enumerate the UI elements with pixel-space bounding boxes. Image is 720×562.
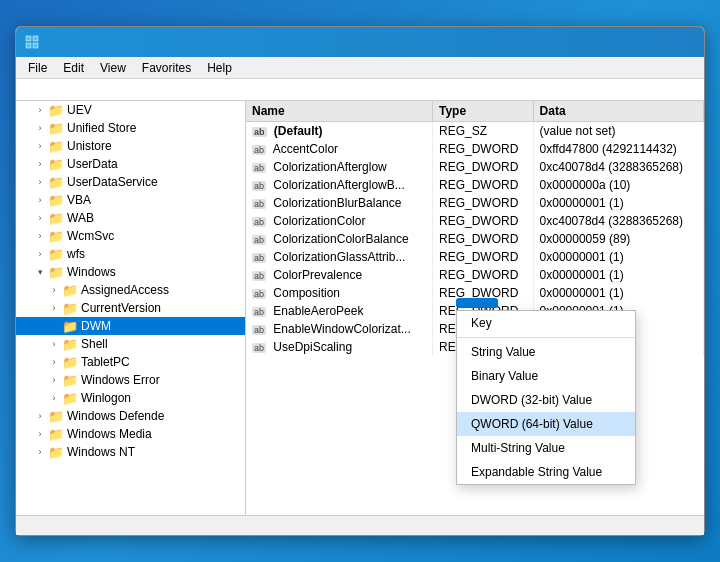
tree-item[interactable]: ›📁TabletPC (16, 353, 245, 371)
menu-file[interactable]: File (20, 59, 55, 77)
folder-icon: 📁 (48, 247, 64, 261)
tree-expander[interactable]: › (32, 444, 48, 460)
tree-expander[interactable]: ▾ (32, 264, 48, 280)
col-data: Data (533, 101, 703, 122)
folder-icon: 📁 (48, 445, 64, 459)
cell-type: REG_DWORD (433, 140, 534, 158)
cell-type: REG_DWORD (433, 230, 534, 248)
tree-expander[interactable]: › (32, 246, 48, 262)
cell-data: 0xc40078d4 (3288365268) (533, 212, 703, 230)
table-row[interactable]: ab ColorizationAfterglowB...REG_DWORD0x0… (246, 176, 704, 194)
tree-item[interactable]: ›📁Windows NT (16, 443, 245, 461)
close-button[interactable] (668, 31, 696, 53)
new-button[interactable] (456, 298, 498, 308)
cell-name: ab UseDpiScaling (246, 338, 433, 356)
entry-icon: ab (252, 217, 266, 227)
tree-item[interactable]: ›📁UserDataService (16, 173, 245, 191)
tree-item[interactable]: ›📁CurrentVersion (16, 299, 245, 317)
table-row[interactable]: ab ColorizationAfterglowREG_DWORD0xc4007… (246, 158, 704, 176)
tree-item[interactable]: ›📁wfs (16, 245, 245, 263)
tree-expander[interactable] (46, 318, 62, 334)
svg-rect-0 (26, 36, 31, 41)
tree-pane[interactable]: ›📁UEV›📁Unified Store›📁Unistore›📁UserData… (16, 101, 246, 515)
context-menu-item[interactable]: Multi-String Value (457, 436, 635, 460)
tree-item[interactable]: ›📁WcmSvc (16, 227, 245, 245)
tree-item[interactable]: ›📁WAB (16, 209, 245, 227)
table-row[interactable]: ab ColorizationGlassAttrib...REG_DWORD0x… (246, 248, 704, 266)
tree-item[interactable]: ›📁Windows Error (16, 371, 245, 389)
tree-expander[interactable]: › (32, 426, 48, 442)
context-menu-item[interactable]: Expandable String Value (457, 460, 635, 484)
context-menu-item[interactable]: DWORD (32-bit) Value (457, 388, 635, 412)
cell-data: 0x00000001 (1) (533, 248, 703, 266)
tree-expander[interactable]: › (46, 300, 62, 316)
tree-item[interactable]: ›📁Shell (16, 335, 245, 353)
tree-expander[interactable]: › (46, 390, 62, 406)
entry-icon: ab (252, 325, 266, 335)
col-name: Name (246, 101, 433, 122)
cell-name: ab ColorizationAfterglow (246, 158, 433, 176)
tree-expander[interactable]: › (46, 336, 62, 352)
svg-rect-3 (33, 43, 38, 48)
tree-item-label: Windows (67, 265, 116, 279)
menu-edit[interactable]: Edit (55, 59, 92, 77)
registry-editor-window: File Edit View Favorites Help ›📁UEV›📁Uni… (15, 26, 705, 536)
context-menu-divider (457, 337, 635, 338)
tree-item[interactable]: ›📁Windows Media (16, 425, 245, 443)
entry-icon: ab (252, 199, 266, 209)
cell-data: 0xffd47800 (4292114432) (533, 140, 703, 158)
table-row[interactable]: ab ColorizationColorREG_DWORD0xc40078d4 … (246, 212, 704, 230)
tree-item-label: CurrentVersion (81, 301, 161, 315)
tree-item[interactable]: ›📁UserData (16, 155, 245, 173)
tree-item[interactable]: ›📁VBA (16, 191, 245, 209)
tree-expander[interactable]: › (32, 210, 48, 226)
tree-item[interactable]: ›📁Windows Defende (16, 407, 245, 425)
table-row[interactable]: ab (Default)REG_SZ(value not set) (246, 122, 704, 141)
tree-expander[interactable]: › (32, 138, 48, 154)
table-row[interactable]: ab ColorPrevalenceREG_DWORD0x00000001 (1… (246, 266, 704, 284)
table-row[interactable]: ab ColorizationColorBalanceREG_DWORD0x00… (246, 230, 704, 248)
context-menu-item[interactable]: String Value (457, 340, 635, 364)
tree-expander[interactable]: › (46, 282, 62, 298)
table-row[interactable]: ab ColorizationBlurBalanceREG_DWORD0x000… (246, 194, 704, 212)
tree-item[interactable]: 📁DWM (16, 317, 245, 335)
entry-icon: ab (252, 271, 266, 281)
tree-expander[interactable]: › (32, 156, 48, 172)
tree-expander[interactable]: › (46, 354, 62, 370)
minimize-button[interactable] (608, 31, 636, 53)
folder-icon: 📁 (62, 337, 78, 351)
table-row[interactable]: ab AccentColorREG_DWORD0xffd47800 (42921… (246, 140, 704, 158)
context-menu-item[interactable]: QWORD (64-bit) Value (457, 412, 635, 436)
menu-view[interactable]: View (92, 59, 134, 77)
cell-name: ab ColorizationBlurBalance (246, 194, 433, 212)
folder-icon: 📁 (62, 373, 78, 387)
tree-expander[interactable]: › (32, 228, 48, 244)
content-pane: Name Type Data ab (Default)REG_SZ(value … (246, 101, 704, 515)
context-menu-item[interactable]: Key (457, 311, 635, 335)
tree-expander[interactable]: › (32, 408, 48, 424)
tree-item[interactable]: ›📁UEV (16, 101, 245, 119)
tree-item[interactable]: ›📁AssignedAccess (16, 281, 245, 299)
menu-favorites[interactable]: Favorites (134, 59, 199, 77)
folder-icon: 📁 (48, 139, 64, 153)
tree-expander[interactable]: › (32, 102, 48, 118)
menu-help[interactable]: Help (199, 59, 240, 77)
tree-item[interactable]: ▾📁Windows (16, 263, 245, 281)
folder-icon: 📁 (62, 319, 78, 333)
tree-item[interactable]: ›📁Winlogon (16, 389, 245, 407)
folder-icon: 📁 (48, 211, 64, 225)
tree-expander[interactable]: › (32, 174, 48, 190)
tree-item[interactable]: ›📁Unistore (16, 137, 245, 155)
tree-expander[interactable]: › (32, 120, 48, 136)
cell-type: REG_SZ (433, 122, 534, 141)
tree-expander[interactable]: › (32, 192, 48, 208)
tree-expander[interactable]: › (46, 372, 62, 388)
cell-name: ab (Default) (246, 122, 433, 141)
context-menu-item[interactable]: Binary Value (457, 364, 635, 388)
cell-name: ab ColorizationGlassAttrib... (246, 248, 433, 266)
maximize-button[interactable] (638, 31, 666, 53)
cell-data: 0xc40078d4 (3288365268) (533, 158, 703, 176)
cell-name: ab EnableWindowColorizat... (246, 320, 433, 338)
tree-item[interactable]: ›📁Unified Store (16, 119, 245, 137)
tree-item-label: Unified Store (67, 121, 136, 135)
